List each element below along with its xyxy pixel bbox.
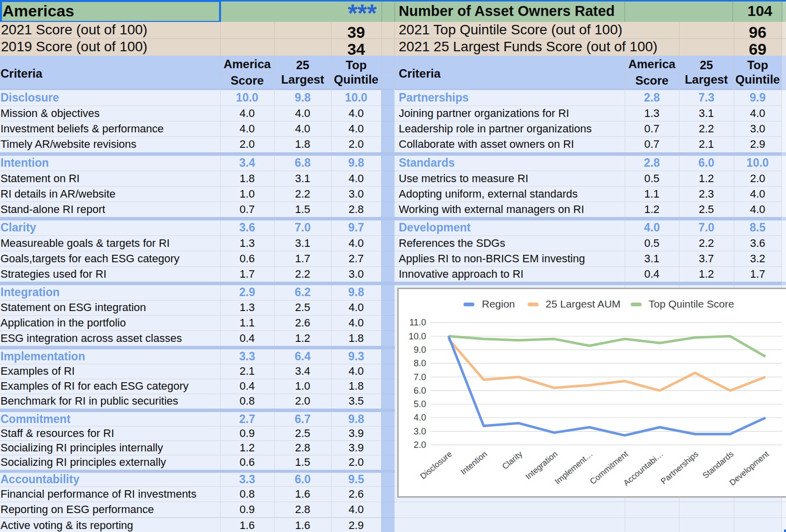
svg-text:25 Largest AUM: 25 Largest AUM xyxy=(546,298,621,310)
svg-text:2.0: 2.0 xyxy=(414,440,426,450)
svg-text:5.0: 5.0 xyxy=(414,399,426,409)
svg-text:Region: Region xyxy=(482,298,515,310)
svg-text:8.0: 8.0 xyxy=(414,358,426,368)
svg-text:3.0: 3.0 xyxy=(414,426,426,436)
svg-text:9.0: 9.0 xyxy=(414,345,426,355)
svg-text:Top Quintile Score: Top Quintile Score xyxy=(649,298,734,310)
svg-text:11.0: 11.0 xyxy=(409,318,426,327)
svg-text:7.0: 7.0 xyxy=(414,372,426,382)
svg-text:10.0: 10.0 xyxy=(409,331,426,341)
svg-text:4.0: 4.0 xyxy=(414,413,426,423)
svg-text:6.0: 6.0 xyxy=(414,386,426,396)
